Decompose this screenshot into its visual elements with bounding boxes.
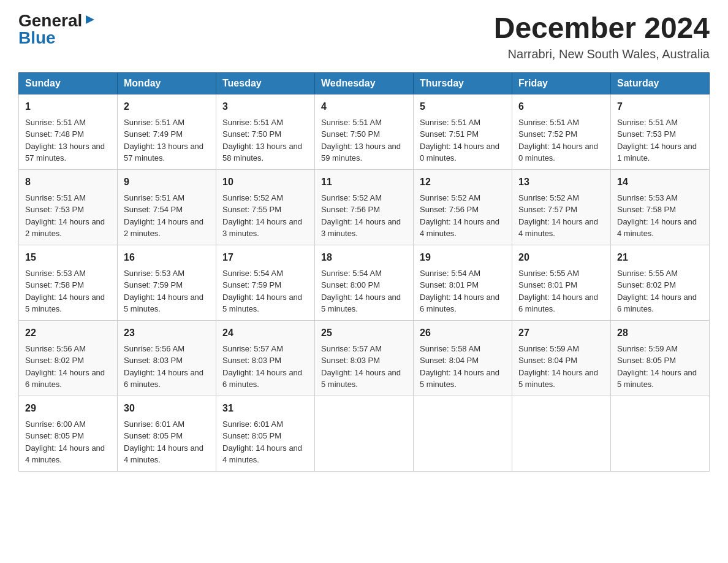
day-number: 8 <box>25 175 111 190</box>
header-tuesday: Tuesday <box>216 72 315 94</box>
day-number: 18 <box>321 250 407 265</box>
calendar-cell: 24 Sunrise: 5:57 AMSunset: 8:03 PMDaylig… <box>216 320 315 396</box>
calendar-cell: 3 Sunrise: 5:51 AMSunset: 7:50 PMDayligh… <box>216 94 315 169</box>
day-number: 9 <box>124 175 210 190</box>
day-info: Sunrise: 6:01 AMSunset: 8:05 PMDaylight:… <box>222 419 302 465</box>
calendar-cell: 15 Sunrise: 5:53 AMSunset: 7:58 PMDaylig… <box>19 245 118 320</box>
calendar-cell: 18 Sunrise: 5:54 AMSunset: 8:00 PMDaylig… <box>315 245 414 320</box>
day-info: Sunrise: 5:51 AMSunset: 7:50 PMDaylight:… <box>321 118 401 163</box>
day-info: Sunrise: 5:51 AMSunset: 7:49 PMDaylight:… <box>124 118 203 163</box>
page-header: General Blue December 2024 Narrabri, New… <box>18 12 710 61</box>
calendar-week-2: 8 Sunrise: 5:51 AMSunset: 7:53 PMDayligh… <box>19 169 710 245</box>
day-info: Sunrise: 6:00 AMSunset: 8:05 PMDaylight:… <box>25 419 105 465</box>
day-number: 3 <box>222 99 308 114</box>
logo-arrow-icon <box>83 13 97 26</box>
day-info: Sunrise: 5:57 AMSunset: 8:03 PMDaylight:… <box>222 344 302 389</box>
day-info: Sunrise: 5:51 AMSunset: 7:54 PMDaylight:… <box>124 193 203 239</box>
day-info: Sunrise: 5:57 AMSunset: 8:03 PMDaylight:… <box>321 344 401 389</box>
svg-marker-0 <box>86 15 94 24</box>
header-thursday: Thursday <box>414 72 512 94</box>
day-info: Sunrise: 5:55 AMSunset: 8:02 PMDaylight:… <box>617 269 697 314</box>
logo: General Blue <box>18 12 97 47</box>
calendar-cell: 31 Sunrise: 6:01 AMSunset: 8:05 PMDaylig… <box>216 396 315 471</box>
calendar-week-3: 15 Sunrise: 5:53 AMSunset: 7:58 PMDaylig… <box>19 245 710 320</box>
day-number: 6 <box>518 99 604 114</box>
day-info: Sunrise: 5:58 AMSunset: 8:04 PMDaylight:… <box>420 344 499 389</box>
day-number: 14 <box>617 175 703 190</box>
calendar-cell: 13 Sunrise: 5:52 AMSunset: 7:57 PMDaylig… <box>512 169 611 245</box>
calendar-cell: 22 Sunrise: 5:56 AMSunset: 8:02 PMDaylig… <box>19 320 118 396</box>
calendar-cell: 10 Sunrise: 5:52 AMSunset: 7:55 PMDaylig… <box>216 169 315 245</box>
day-number: 7 <box>617 99 703 114</box>
day-number: 28 <box>617 326 703 340</box>
calendar-table: Sunday Monday Tuesday Wednesday Thursday… <box>18 72 710 472</box>
calendar-cell: 2 Sunrise: 5:51 AMSunset: 7:49 PMDayligh… <box>118 94 216 169</box>
calendar-cell: 20 Sunrise: 5:55 AMSunset: 8:01 PMDaylig… <box>512 245 611 320</box>
day-number: 2 <box>124 99 210 114</box>
logo-general: General <box>18 12 82 29</box>
day-number: 26 <box>420 326 506 340</box>
day-number: 19 <box>420 250 506 265</box>
header-sunday: Sunday <box>19 72 118 94</box>
day-info: Sunrise: 5:51 AMSunset: 7:53 PMDaylight:… <box>25 193 105 239</box>
day-info: Sunrise: 5:52 AMSunset: 7:56 PMDaylight:… <box>321 193 401 239</box>
day-info: Sunrise: 5:54 AMSunset: 7:59 PMDaylight:… <box>222 269 302 314</box>
day-info: Sunrise: 5:52 AMSunset: 7:57 PMDaylight:… <box>518 193 598 239</box>
calendar-cell: 16 Sunrise: 5:53 AMSunset: 7:59 PMDaylig… <box>118 245 216 320</box>
header-monday: Monday <box>118 72 216 94</box>
day-info: Sunrise: 5:53 AMSunset: 7:58 PMDaylight:… <box>25 269 105 314</box>
logo-blue: Blue <box>18 28 56 47</box>
day-number: 10 <box>222 175 308 190</box>
day-number: 16 <box>124 250 210 265</box>
calendar-cell: 30 Sunrise: 6:01 AMSunset: 8:05 PMDaylig… <box>118 396 216 471</box>
day-number: 15 <box>25 250 111 265</box>
calendar-week-4: 22 Sunrise: 5:56 AMSunset: 8:02 PMDaylig… <box>19 320 710 396</box>
calendar-cell: 25 Sunrise: 5:57 AMSunset: 8:03 PMDaylig… <box>315 320 414 396</box>
calendar-cell: 26 Sunrise: 5:58 AMSunset: 8:04 PMDaylig… <box>414 320 512 396</box>
day-number: 1 <box>25 99 111 114</box>
calendar-cell: 28 Sunrise: 5:59 AMSunset: 8:05 PMDaylig… <box>611 320 710 396</box>
calendar-cell: 29 Sunrise: 6:00 AMSunset: 8:05 PMDaylig… <box>19 396 118 471</box>
day-info: Sunrise: 5:52 AMSunset: 7:56 PMDaylight:… <box>420 193 499 239</box>
day-number: 30 <box>124 401 210 416</box>
title-area: December 2024 Narrabri, New South Wales,… <box>494 12 710 61</box>
day-number: 17 <box>222 250 308 265</box>
day-number: 5 <box>420 99 506 114</box>
day-number: 13 <box>518 175 604 190</box>
calendar-week-5: 29 Sunrise: 6:00 AMSunset: 8:05 PMDaylig… <box>19 396 710 471</box>
calendar-cell: 14 Sunrise: 5:53 AMSunset: 7:58 PMDaylig… <box>611 169 710 245</box>
calendar-week-1: 1 Sunrise: 5:51 AMSunset: 7:48 PMDayligh… <box>19 94 710 169</box>
calendar-cell: 19 Sunrise: 5:54 AMSunset: 8:01 PMDaylig… <box>414 245 512 320</box>
calendar-cell: 11 Sunrise: 5:52 AMSunset: 7:56 PMDaylig… <box>315 169 414 245</box>
day-info: Sunrise: 5:56 AMSunset: 8:02 PMDaylight:… <box>25 344 105 389</box>
day-info: Sunrise: 5:51 AMSunset: 7:52 PMDaylight:… <box>518 118 598 163</box>
day-number: 12 <box>420 175 506 190</box>
day-info: Sunrise: 5:52 AMSunset: 7:55 PMDaylight:… <box>222 193 302 239</box>
day-info: Sunrise: 5:51 AMSunset: 7:53 PMDaylight:… <box>617 118 697 163</box>
day-number: 24 <box>222 326 308 340</box>
day-info: Sunrise: 5:51 AMSunset: 7:50 PMDaylight:… <box>222 118 302 163</box>
calendar-cell: 5 Sunrise: 5:51 AMSunset: 7:51 PMDayligh… <box>414 94 512 169</box>
day-info: Sunrise: 5:55 AMSunset: 8:01 PMDaylight:… <box>518 269 598 314</box>
calendar-cell: 27 Sunrise: 5:59 AMSunset: 8:04 PMDaylig… <box>512 320 611 396</box>
calendar-cell: 23 Sunrise: 5:56 AMSunset: 8:03 PMDaylig… <box>118 320 216 396</box>
calendar-cell: 4 Sunrise: 5:51 AMSunset: 7:50 PMDayligh… <box>315 94 414 169</box>
calendar-cell: 1 Sunrise: 5:51 AMSunset: 7:48 PMDayligh… <box>19 94 118 169</box>
day-info: Sunrise: 5:53 AMSunset: 7:59 PMDaylight:… <box>124 269 203 314</box>
day-number: 31 <box>222 401 308 416</box>
day-info: Sunrise: 5:51 AMSunset: 7:51 PMDaylight:… <box>420 118 499 163</box>
day-number: 21 <box>617 250 703 265</box>
header-wednesday: Wednesday <box>315 72 414 94</box>
day-info: Sunrise: 5:54 AMSunset: 8:00 PMDaylight:… <box>321 269 401 314</box>
day-info: Sunrise: 5:56 AMSunset: 8:03 PMDaylight:… <box>124 344 203 389</box>
calendar-cell: 8 Sunrise: 5:51 AMSunset: 7:53 PMDayligh… <box>19 169 118 245</box>
calendar-cell: 7 Sunrise: 5:51 AMSunset: 7:53 PMDayligh… <box>611 94 710 169</box>
day-number: 25 <box>321 326 407 340</box>
calendar-cell: 6 Sunrise: 5:51 AMSunset: 7:52 PMDayligh… <box>512 94 611 169</box>
calendar-cell: 12 Sunrise: 5:52 AMSunset: 7:56 PMDaylig… <box>414 169 512 245</box>
location-title: Narrabri, New South Wales, Australia <box>494 47 710 61</box>
day-number: 11 <box>321 175 407 190</box>
day-number: 22 <box>25 326 111 340</box>
calendar-cell <box>414 396 512 471</box>
day-info: Sunrise: 5:59 AMSunset: 8:05 PMDaylight:… <box>617 344 697 389</box>
